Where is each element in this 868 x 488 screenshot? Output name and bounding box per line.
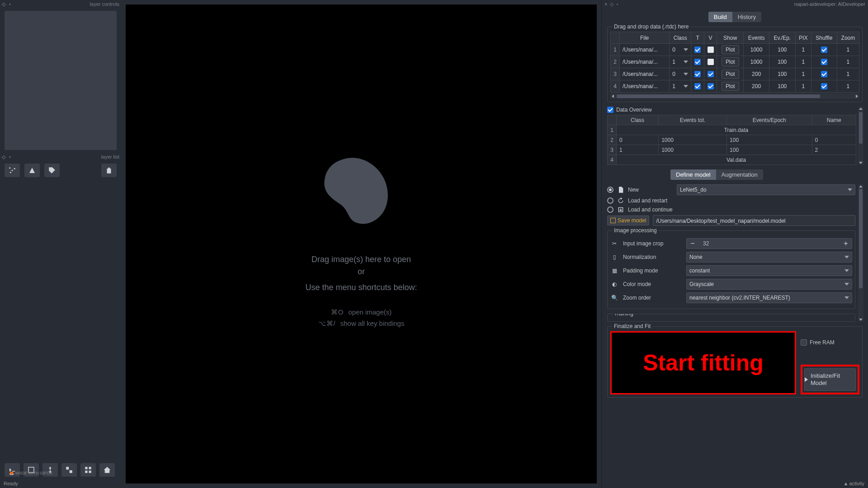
table-row[interactable]: 2 /Users/nana/... 1 Plot 10001001 1 [611,56,859,68]
plot-button[interactable]: Plot [722,70,739,79]
zoom-icon: 🔍 [610,295,618,301]
svg-point-0 [9,167,10,169]
initialize-fit-button[interactable]: Initialize/Fit Model [804,368,856,391]
plot-button[interactable]: Plot [722,57,739,66]
table-row[interactable]: 3 /Users/nana/... 0 Plot 2001001 1 [611,68,859,80]
model-panel-vscrollbar[interactable] [858,184,863,322]
group-finalize-fit: Finalize and Fit Start fitting Free RAM [607,326,863,398]
activity-button[interactable]: ▲activity [843,481,864,486]
status-text: Ready [4,481,18,486]
data-overview-checkbox[interactable] [607,107,613,113]
layer-controls-body [5,11,117,150]
tab-history[interactable]: History [732,12,761,22]
normalization-dropdown[interactable]: None [686,252,852,263]
close-icon[interactable]: × [604,1,607,7]
data-overview-label: Data Overview [616,107,652,113]
train-checkbox[interactable] [694,71,701,77]
svg-rect-9 [85,471,87,473]
plugin-title: napari-aideveloper: AIDeveloper [794,1,865,7]
padding-icon: ▦ [610,267,618,274]
expand-icon[interactable]: ▫ [9,1,14,7]
load-restart-label: Load and restart [628,197,667,204]
plot-button[interactable]: Plot [722,82,739,91]
padding-dropdown[interactable]: constant [686,265,852,276]
crop-minus-button[interactable]: − [687,239,698,248]
crop-spinbox[interactable]: − 32 + [686,238,852,249]
detach-icon[interactable]: ◇ [2,1,7,7]
data-files-table[interactable]: FileClassTVShowEventsEv./Ep.PIXShuffleZo… [610,32,859,93]
radio-load-restart[interactable] [607,197,613,204]
layer-list-titlebar: ◇ ▫ layer list [0,153,121,161]
expand-icon[interactable]: ▫ [9,154,14,160]
train-checkbox[interactable] [694,59,701,65]
train-checkbox[interactable] [694,47,701,53]
new-labels-button[interactable] [44,164,60,177]
napari-logo [309,145,413,249]
reload-icon [617,197,624,204]
new-points-button[interactable] [5,164,20,177]
load-continue-label: Load and continue [628,206,673,213]
layer-controls-title: layer controls [90,1,119,7]
train-checkbox[interactable] [694,83,701,89]
shuffle-checkbox[interactable] [821,59,827,65]
crop-plus-button[interactable]: + [840,239,852,248]
delete-layer-button[interactable] [101,164,117,177]
crop-icon: ✂ [610,240,618,247]
overview-vscrollbar[interactable] [858,107,863,165]
model-path-input[interactable]: /Users/nana/Desktop/test_model_napari/mo… [653,215,855,226]
shuffle-checkbox[interactable] [821,71,827,77]
init-button-highlight: Initialize/Fit Model [801,365,859,394]
normalize-icon: ▯ [610,254,618,260]
data-overview-table[interactable]: ClassEvents tot.Events/EpochName 1Train.… [607,115,856,165]
data-table-hscrollbar[interactable] [610,94,859,99]
valid-checkbox[interactable] [708,47,714,53]
save-model-button[interactable]: Save model [607,216,649,225]
colormode-dropdown[interactable]: Grayscale [686,279,852,290]
viewer-canvas[interactable]: Drag image(s) here to open or Use the me… [126,5,597,483]
group-drag-drop-data: Drag and drop data (.rtdc) here FileClas… [607,27,863,102]
svg-rect-8 [89,467,91,469]
svg-rect-6 [70,470,72,473]
shuffle-checkbox[interactable] [821,47,827,53]
group-training: Training [607,314,855,322]
detach-icon[interactable]: ◇ [2,154,7,160]
canvas-placeholder-text: Drag image(s) here to open or Use the me… [305,253,417,329]
import-icon [617,206,624,213]
shuffle-checkbox[interactable] [821,83,827,89]
valid-checkbox[interactable] [708,71,714,77]
radio-load-continue[interactable] [607,206,613,213]
table-row[interactable]: 1 /Users/nana/... 0 Plot 10001001 1 [611,44,859,56]
detach-icon[interactable]: ◇ [610,1,613,7]
start-fitting-annotation: Start fitting [610,331,796,394]
grid-button[interactable] [80,463,96,477]
valid-checkbox[interactable] [708,83,714,89]
color-icon: ◐ [610,281,618,287]
table-row: 2010001000 [608,135,856,145]
table-row: 3110001002 [608,145,856,155]
play-icon [805,377,808,382]
svg-point-3 [10,172,11,173]
valid-checkbox[interactable] [708,59,714,65]
expand-icon[interactable]: ▫ [616,1,618,7]
transpose-button[interactable] [61,463,77,477]
svg-point-2 [14,168,15,169]
table-row[interactable]: 4 /Users/nana/... 1 Plot 2001001 1 [611,80,859,93]
radio-new-model[interactable] [607,187,613,193]
layer-list-title: layer list [101,154,119,160]
model-arch-dropdown[interactable]: LeNet5_do [677,184,855,195]
tab-define-model[interactable]: Define model [670,169,716,180]
new-shapes-button[interactable] [24,164,40,177]
zoomorder-dropdown[interactable]: nearest neighbor (cv2.INTER_NEAREST) [686,292,852,303]
svg-rect-10 [89,471,91,473]
tab-build[interactable]: Build [708,12,732,22]
layer-list[interactable] [5,181,117,485]
free-ram-checkbox[interactable] [801,339,807,346]
made-with-gifox: 🦊MADE WITH GIFOX [9,471,52,475]
free-ram-label: Free RAM [810,339,835,346]
layer-controls-titlebar: ◇ ▫ layer controls [0,0,121,8]
save-icon [610,218,616,223]
home-button[interactable] [99,463,115,477]
plot-button[interactable]: Plot [722,45,739,54]
group-image-processing: Image processing ✂ Input image crop − 32… [607,230,855,309]
tab-augmentation[interactable]: Augmentation [716,169,763,180]
